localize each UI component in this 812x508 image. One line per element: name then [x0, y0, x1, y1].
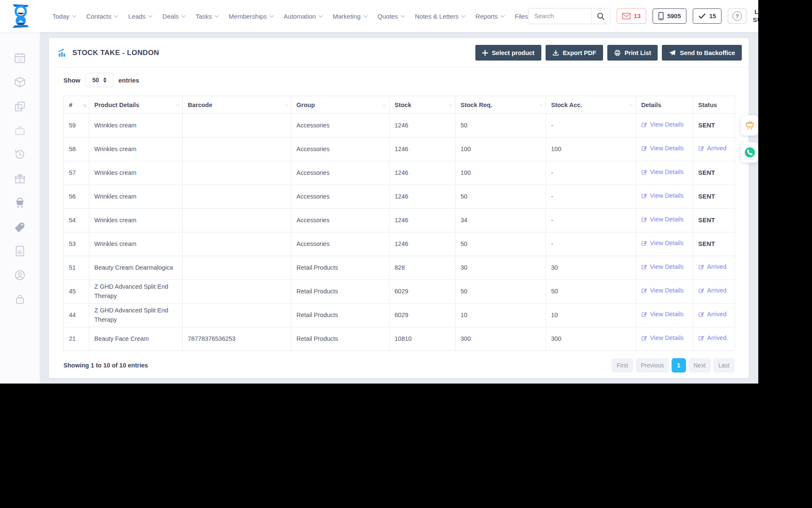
- view-details-label: View Details: [650, 310, 684, 319]
- edit-icon: [641, 264, 647, 270]
- column-header-number[interactable]: # ↑↓: [64, 96, 89, 114]
- app-logo[interactable]: [11, 3, 30, 29]
- status-arrived-link[interactable]: Arrived: [698, 144, 727, 153]
- status-arrived-link[interactable]: Arrived: [698, 262, 727, 271]
- whatsapp-icon: [743, 146, 756, 159]
- nav-item-label: Files: [515, 13, 528, 20]
- sidebar-item-shopping-bag[interactable]: [11, 118, 29, 142]
- nav-item-tasks[interactable]: Tasks: [195, 13, 218, 20]
- sidebar-item-gifts[interactable]: [11, 166, 29, 190]
- view-details-link[interactable]: View Details: [641, 144, 684, 153]
- search-button[interactable]: [591, 8, 610, 24]
- phone-badge[interactable]: 5905: [653, 8, 686, 24]
- cart-icon: [744, 120, 755, 131]
- nav-item-label: Marketing: [333, 13, 361, 20]
- view-details-link[interactable]: View Details: [641, 334, 684, 342]
- stock-table-body: 59Wrinkles creamAccessories124650-View D…: [64, 114, 735, 351]
- nav-item-deals[interactable]: Deals: [162, 13, 185, 20]
- sidebar-item-pricing[interactable]: [11, 215, 29, 239]
- column-header-details: Details: [636, 96, 693, 114]
- product-details-cell: Z GHD Advanced Split End Therapy: [89, 280, 183, 304]
- status-arrived-link[interactable]: Arrived: [698, 334, 727, 342]
- column-header-stock-req[interactable]: Stock Req. ↑↓: [455, 96, 546, 114]
- chevron-down-icon: [461, 13, 466, 17]
- product-details-cell: Wrinkles cream: [89, 232, 183, 256]
- sidebar-item-lock[interactable]: [11, 287, 29, 311]
- show-label: Show: [63, 77, 80, 84]
- product-details-cell: Wrinkles cream: [89, 161, 183, 185]
- table-header-row: # ↑↓ Product Details ↑↓ Barcode ↑↓: [64, 96, 735, 114]
- view-details-link[interactable]: View Details: [641, 120, 684, 129]
- nav-item-marketing[interactable]: Marketing: [333, 13, 367, 20]
- select-product-button[interactable]: Select product: [475, 45, 541, 61]
- sort-icon: ↑↓: [176, 102, 179, 108]
- view-details-link[interactable]: View Details: [641, 215, 684, 224]
- column-header-group[interactable]: Group ↑↓: [291, 96, 390, 114]
- send-to-backoffice-button[interactable]: Send to Backoffice: [662, 45, 742, 61]
- column-header-stock-acc[interactable]: Stock Acc. ↑↓: [546, 96, 636, 114]
- view-details-link[interactable]: View Details: [641, 168, 684, 177]
- view-details-link[interactable]: View Details: [641, 191, 684, 200]
- nav-item-label: Contacts: [86, 13, 111, 20]
- sidebar-item-history[interactable]: [11, 142, 29, 166]
- status-link-label: Arrived: [707, 334, 727, 342]
- chevron-down-icon: [401, 13, 405, 17]
- show-entries-select[interactable]: 50: [85, 73, 113, 87]
- export-pdf-button[interactable]: Export PDF: [546, 45, 603, 61]
- nav-item-contacts[interactable]: Contacts: [86, 13, 118, 20]
- sidebar-item-account[interactable]: [11, 263, 29, 287]
- report-icon: [14, 245, 26, 257]
- mail-badge[interactable]: 13: [617, 8, 646, 24]
- pagination-previous[interactable]: Previous: [636, 358, 669, 373]
- cart-button[interactable]: [741, 115, 758, 135]
- column-label: Product Details: [94, 102, 139, 108]
- pagination-last[interactable]: Last: [713, 358, 735, 373]
- status-arrived-link[interactable]: Arrived: [698, 310, 727, 319]
- sidebar-item-reports[interactable]: [11, 239, 29, 263]
- view-details-label: View Details: [650, 191, 684, 200]
- pagination-next[interactable]: Next: [689, 358, 711, 373]
- sort-icon: ↑↓: [383, 102, 386, 108]
- barcode-cell: 78778376536253: [183, 327, 291, 351]
- edit-icon: [641, 169, 647, 175]
- status-arrived-link[interactable]: Arrived: [698, 286, 727, 295]
- search-input[interactable]: [529, 8, 591, 24]
- whatsapp-button[interactable]: [741, 142, 758, 163]
- view-details-link[interactable]: View Details: [641, 286, 684, 295]
- help-button[interactable]: ?: [728, 8, 746, 24]
- nav-item-memberships[interactable]: Memberships: [229, 13, 273, 20]
- stock-cell: 1246: [390, 232, 455, 256]
- nav-item-leads[interactable]: Leads: [128, 13, 152, 20]
- sidebar-item-products[interactable]: [11, 70, 29, 94]
- show-entries-value: 50: [92, 77, 99, 83]
- pagination-first[interactable]: First: [612, 358, 633, 373]
- nav-item-label: Tasks: [195, 13, 211, 20]
- view-details-link[interactable]: View Details: [641, 262, 684, 271]
- nav-item-automation[interactable]: Automation: [284, 13, 322, 20]
- details-cell: View Details: [636, 138, 693, 161]
- sidebar-item-duplicates[interactable]: [11, 94, 29, 118]
- sidebar-item-cart[interactable]: [11, 190, 29, 215]
- nav-item-notes-letters[interactable]: Notes & Letters: [415, 13, 465, 20]
- nav-item-reports[interactable]: Reports: [475, 13, 504, 20]
- column-header-stock[interactable]: Stock ↑↓: [390, 96, 455, 114]
- view-details-link[interactable]: View Details: [641, 239, 684, 248]
- view-details-label: View Details: [650, 120, 684, 129]
- user-name: LONDON SUPPORT: [753, 8, 758, 24]
- tasks-badge[interactable]: 15: [693, 8, 721, 24]
- barcode-cell: [183, 138, 291, 161]
- nav-item-quotes[interactable]: Quotes: [378, 13, 404, 20]
- view-details-link[interactable]: View Details: [641, 310, 684, 319]
- checkmark-icon: [698, 13, 706, 19]
- nav-item-today[interactable]: Today: [52, 13, 76, 20]
- nav-item-files[interactable]: Files: [515, 13, 528, 20]
- group-cell: Accessories: [291, 185, 390, 209]
- sidebar-item-calendar[interactable]: 12: [11, 46, 29, 70]
- pagination-1[interactable]: 1: [672, 358, 686, 373]
- row-number-cell: 54: [64, 209, 89, 232]
- showing-entries-text: Showing 1 to 10 of 10 entries: [63, 362, 148, 369]
- print-list-button[interactable]: Print List: [607, 45, 658, 61]
- column-header-product-details[interactable]: Product Details ↑↓: [89, 96, 183, 114]
- column-header-barcode[interactable]: Barcode ↑↓: [183, 96, 291, 114]
- pagination: FirstPrevious1NextLast: [612, 358, 735, 373]
